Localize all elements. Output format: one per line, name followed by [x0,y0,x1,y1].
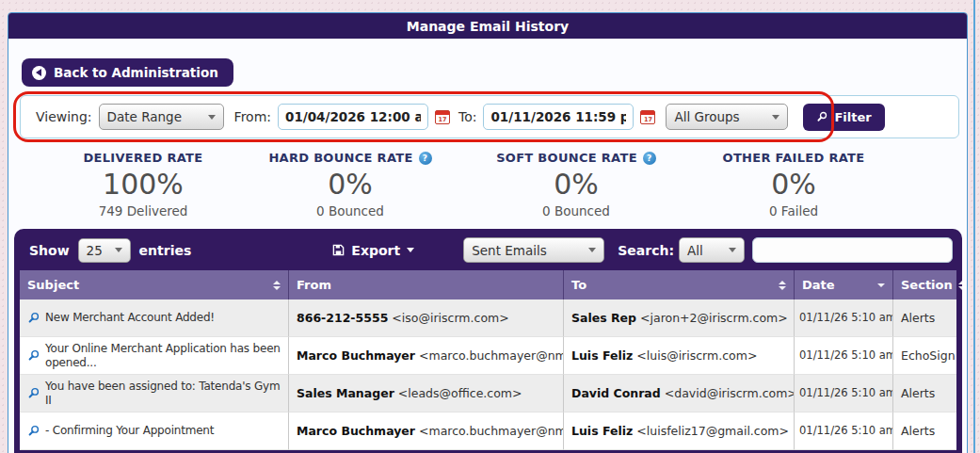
circle-arrow-left-icon [32,66,46,80]
chevron-down-icon [588,248,596,252]
cell-date: 01/11/26 5:10 am [795,299,893,337]
cell-from-name: 866-212-5555 [297,311,388,326]
sort-icon [273,281,281,290]
cell-from-name: Marco Buchmayer [297,348,415,364]
cell-subject: - Confirming Your Appointment [45,424,214,438]
cell-to-email: <jaron+2@iriscrm.com> [640,311,788,326]
cell-to-email: <luis@iriscrm.com> [636,348,757,364]
column-header-from[interactable]: From [289,270,564,299]
export-button[interactable]: Export [332,243,414,258]
question-icon[interactable]: ? [419,152,432,165]
page-title-bar: Manage Email History [8,13,967,39]
chevron-down-icon [407,248,414,252]
cell-from-name: Sales Manager [297,386,394,401]
cell-subject: You have been assigned to: Tatenda's Gym… [45,380,281,408]
column-label: From [297,278,331,292]
page-title: Manage Email History [407,19,569,34]
cell-to-name: Sales Rep [571,311,636,326]
cell-from-email: <iso@iriscrm.com> [392,311,508,326]
email-table-panel: Show 25 entries Export Sent Emails Searc… [14,229,962,453]
email-type-select-value: Sent Emails [472,243,547,258]
search-icon[interactable] [27,312,40,324]
filter-button-label: Filter [834,110,871,124]
stat-value: 0% [652,168,935,201]
cell-from-email: <marco.buchmayer@nmi.com> [419,424,564,439]
cell-from-name: Marco Buchmayer [297,424,415,439]
calendar-icon[interactable] [640,110,655,124]
show-label: Show [29,243,70,258]
content-card: Manage Email History Back to Administrat… [8,12,968,453]
groups-select[interactable]: All Groups [666,104,788,130]
stat-other-failed-rate: OTHER FAILED RATE 0% 0 Failed [652,151,935,218]
chevron-down-icon [115,248,122,252]
search-icon [816,111,827,122]
calendar-icon[interactable] [435,110,450,124]
cell-subject: Your Online Merchant Application has bee… [45,342,281,370]
entries-select[interactable]: 25 [78,238,131,263]
chevron-down-icon [729,248,736,252]
back-to-administration-button[interactable]: Back to Administration [22,58,233,87]
entries-select-value: 25 [87,243,103,258]
viewing-label: Viewing: [36,109,92,124]
cell-to-email: <luisfeliz17@gmail.com> [636,424,789,439]
search-scope-select-value: All [687,243,703,258]
cell-to-name: Luis Feliz [571,348,633,364]
email-stats: DELIVERED RATE 100% 749 Delivered HARD B… [8,151,969,232]
cell-from-email: <marco.buchmayer@nmi.com> [419,348,564,364]
column-header-to[interactable]: To [564,270,795,299]
filter-bar: Viewing: Date Range From: To: All Groups [20,95,959,138]
export-button-label: Export [351,243,400,258]
sort-icon [877,283,885,287]
cell-section: EchoSign [893,337,956,375]
column-label: Date [802,278,835,292]
save-icon [332,244,345,256]
cell-section: Alerts [893,375,956,413]
chevron-down-icon [772,115,779,120]
stat-sub: 0 Failed [652,203,935,218]
search-label: Search: [618,243,674,258]
table-row[interactable]: You have been assigned to: Tatenda's Gym… [20,375,956,413]
cell-to-name: David Conrad [571,386,661,401]
back-button-label: Back to Administration [54,65,218,80]
search-input[interactable] [752,237,953,263]
cell-date: 01/11/26 5:10 am [795,375,893,413]
search-icon[interactable] [27,387,40,399]
sort-icon [779,281,786,290]
from-date-input[interactable] [278,104,428,130]
table-toolbar: Show 25 entries Export Sent Emails Searc… [20,229,956,270]
cell-subject: New Merchant Account Added! [45,311,215,325]
table-body: New Merchant Account Added! 866-212-5555… [20,299,956,450]
column-header-date[interactable]: Date [795,270,893,299]
table-header-row: Subject From To Date Section [20,270,956,299]
cell-section: Alerts [893,413,956,450]
stat-label: OTHER FAILED RATE [723,151,865,165]
viewing-select-value: Date Range [107,109,182,124]
to-label: To: [458,109,476,124]
search-icon[interactable] [27,349,40,362]
filter-bar-wrap: Viewing: Date Range From: To: All Groups [8,95,967,138]
sort-icon [958,281,966,290]
cell-date: 01/11/26 5:10 am [795,413,893,450]
filter-button[interactable]: Filter [803,104,884,131]
groups-select-value: All Groups [674,109,739,124]
cell-section: Alerts [893,299,956,337]
search-scope-select[interactable]: All [679,237,745,263]
column-header-subject[interactable]: Subject [20,270,289,299]
cell-from-email: <leads@office.com> [398,386,522,401]
table-row[interactable]: New Merchant Account Added! 866-212-5555… [20,299,956,337]
table-row[interactable]: - Confirming Your Appointment Marco Buch… [20,413,956,450]
stat-label: SOFT BOUNCE RATE [496,151,637,165]
cell-date: 01/11/26 5:10 am [795,337,893,375]
column-header-section[interactable]: Section [893,270,973,299]
entries-label: entries [139,243,192,258]
cell-to-email: <david@iriscrm.com> [665,386,795,401]
cell-to-name: Luis Feliz [571,424,633,439]
search-icon[interactable] [27,425,40,437]
email-type-select[interactable]: Sent Emails [463,237,604,263]
from-label: From: [234,109,271,124]
to-date-input[interactable] [483,104,634,130]
stat-label: HARD BOUNCE RATE [268,151,412,165]
viewing-select[interactable]: Date Range [99,104,224,130]
window-edge-line [973,0,975,453]
table-row[interactable]: Your Online Merchant Application has bee… [20,337,956,375]
